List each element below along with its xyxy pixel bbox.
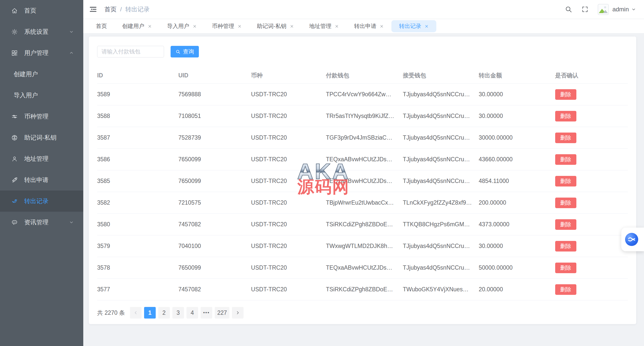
delete-button[interactable]: 删除 [555,154,576,165]
cell-action: 删除 [555,241,628,251]
tab-import-user[interactable]: 导入用户 [159,19,204,34]
sidebar-item-label: 首页 [24,7,36,15]
sidebar-item-transfer-request[interactable]: 转出申请 [0,169,83,191]
breadcrumb-current: 转出记录 [125,5,150,13]
sidebar-item-label: 转出申请 [24,176,48,184]
cell-id: 3589 [97,91,178,98]
delete-button[interactable]: 删除 [555,198,576,208]
breadcrumb-home-link[interactable]: 首页 [104,5,117,13]
cell-to-wallet: TJjubyas4dQ5snNCCru… [403,156,479,163]
cell-id: 3585 [97,178,178,184]
search-icon [175,49,181,54]
delete-button[interactable]: 删除 [555,133,576,143]
tab-create-user[interactable]: 创建用户 [115,19,159,34]
cell-coin: USDT-TRC20 [251,243,326,249]
chevron-down-icon [69,219,74,225]
pagination-more-button[interactable]: ••• [201,307,212,319]
column-header-amount: 转出金额 [479,72,555,79]
sidebar-item-coin-management[interactable]: 币种管理 [0,106,83,127]
pagination-prev-button[interactable] [130,307,142,319]
sidebar-item-home[interactable]: 首页 [0,0,83,21]
close-icon[interactable] [380,24,384,28]
pagination-page-4[interactable]: 4 [186,307,198,319]
sidebar-item-label: 用户管理 [24,49,48,57]
cell-amount: 30.00000 [479,113,555,119]
cell-to-wallet: TJjubyas4dQ5snNCCru… [403,178,479,184]
sidebar-item-label: 系统设置 [24,28,48,36]
cell-from-wallet: TGF3p9rDv4JmSBziaC… [326,134,403,141]
close-icon[interactable] [237,24,242,28]
cell-id: 3579 [97,243,178,249]
table-row: 3586 7650099 USDT-TRC20 TEQxaABvwHCUtZJD… [97,149,628,170]
sidebar-item-address-management[interactable]: 地址管理 [0,148,83,169]
cell-coin: USDT-TRC20 [251,178,326,184]
payment-wallet-search-input[interactable] [97,46,164,57]
sidebar-item-mnemonic-key[interactable]: 助记词-私钥 [0,127,83,148]
cell-coin: USDT-TRC20 [251,286,326,293]
home-icon [11,7,18,14]
cell-amount: 30.00000 [479,243,555,249]
cell-coin: USDT-TRC20 [251,91,326,98]
cell-from-wallet: TEQxaABvwHCUtZJDs… [326,156,403,163]
tab-address-management[interactable]: 地址管理 [302,19,346,34]
sidebar-item-create-user[interactable]: 创建用户 [0,64,83,85]
close-icon[interactable] [290,24,294,28]
tab-transfer-request[interactable]: 转出申请 [346,19,391,34]
chevron-down-icon[interactable] [631,7,636,12]
cell-from-wallet: TPCC4rVcwY9o664Zw… [326,91,403,98]
close-icon[interactable] [335,24,339,28]
breadcrumb-separator: / [120,6,122,13]
pagination-total: 共 2270 条 [97,309,125,317]
admin-page: 首页 系统设置 用户管理 创建用户 导入用户 币种管理 [0,0,644,346]
delete-button[interactable]: 删除 [555,284,576,295]
close-icon[interactable] [424,24,429,28]
tab-bar: 首页 创建用户 导入用户 币种管理 助记词-私钥 地址管理 转出申请 转出记录 [83,19,644,34]
delete-button[interactable]: 删除 [555,241,576,251]
search-icon[interactable] [565,6,572,13]
cell-coin: USDT-TRC20 [251,199,326,206]
user-menu[interactable]: admin [612,6,629,13]
fullscreen-icon[interactable] [581,6,588,13]
cell-uid: 7569888 [178,91,251,98]
pagination-page-227[interactable]: 227 [215,307,229,319]
column-header-from-wallet: 付款钱包 [326,72,403,79]
sidebar-item-system-settings[interactable]: 系统设置 [0,21,83,42]
column-header-coin: 币种 [251,72,326,79]
pagination-page-1[interactable]: 1 [144,307,156,319]
sidebar-item-import-user[interactable]: 导入用户 [0,85,83,106]
cell-coin: USDT-TRC20 [251,113,326,119]
tab-transfer-records[interactable]: 转出记录 [391,20,436,32]
tab-coin-management[interactable]: 币种管理 [204,19,249,34]
column-header-confirm: 是否确认 [555,72,628,79]
cell-to-wallet: TJjubyas4dQ5snNCCru… [403,134,479,141]
delete-button[interactable]: 删除 [555,111,576,121]
sidebar-item-news-management[interactable]: 资讯管理 [0,212,83,233]
cell-action: 删除 [555,111,628,121]
cell-from-wallet: TEQxaABvwHCUtZJDs… [326,264,403,271]
close-icon[interactable] [193,24,197,28]
tab-mnemonic-key[interactable]: 助记词-私钥 [249,19,302,34]
delete-button[interactable]: 删除 [555,219,576,230]
delete-button[interactable]: 删除 [555,176,576,186]
sidebar-item-user-management[interactable]: 用户管理 [0,42,83,64]
sidebar-item-transfer-records[interactable]: 转出记录 [0,191,83,212]
delete-button[interactable]: 删除 [555,263,576,273]
table-row: 3589 7569888 USDT-TRC20 TPCC4rVcwY9o664Z… [97,84,628,105]
tab-home[interactable]: 首页 [88,19,115,34]
tab-label: 转出记录 [399,22,421,30]
cell-uid: 7108051 [178,113,251,119]
pagination-page-2[interactable]: 2 [158,307,170,319]
pagination-next-button[interactable] [232,307,244,319]
sidebar-item-label: 导入用户 [14,91,38,99]
pagination-page-3[interactable]: 3 [172,307,184,319]
floating-extension-widget[interactable] [621,228,644,251]
query-button[interactable]: 查询 [171,46,199,57]
close-icon[interactable] [148,24,152,28]
collapse-menu-icon[interactable] [89,5,97,14]
globe-icon [11,134,18,141]
delete-button[interactable]: 删除 [555,89,576,100]
tab-label: 助记词-私钥 [257,22,286,30]
cell-to-wallet: TWuboGK5Y4VjXNues… [403,286,479,293]
chevron-up-icon [69,50,74,56]
avatar[interactable] [598,4,609,15]
